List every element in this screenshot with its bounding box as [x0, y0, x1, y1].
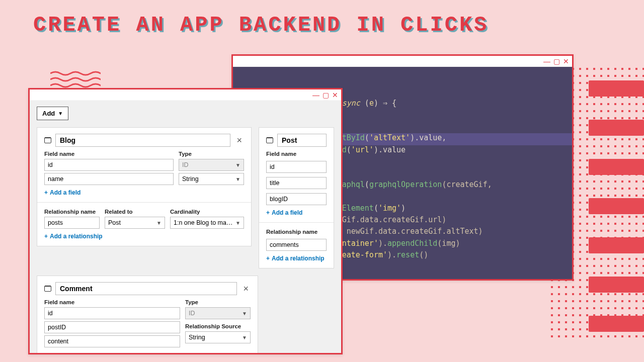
titlebar: — ▢ ✕ — [233, 56, 572, 67]
field-name-label: Field name — [266, 151, 327, 157]
minimize-icon[interactable]: — — [543, 58, 550, 65]
model-title-input[interactable] — [55, 134, 230, 147]
add-button[interactable]: Add ▼ — [37, 107, 68, 120]
model-card-comment: × Field name Type ID▼ Relationship Sourc… — [37, 276, 258, 353]
related-to-label: Related to — [105, 209, 165, 215]
table-icon — [44, 137, 51, 143]
rel-name-input[interactable] — [44, 217, 100, 229]
cardinality-select[interactable]: 1:n one Blog to ma…▼ — [170, 217, 244, 229]
cardinality-label: Cardinality — [170, 209, 244, 215]
type-select[interactable]: ID▼ — [185, 307, 251, 319]
field-name-label: Field name — [44, 151, 174, 157]
field-name-input[interactable] — [44, 307, 180, 319]
field-name-input[interactable] — [44, 335, 180, 347]
add-relationship-link[interactable]: Add a relationship — [266, 255, 327, 262]
field-name-input[interactable] — [266, 177, 327, 189]
type-select[interactable]: String▼ — [179, 173, 244, 185]
maximize-icon[interactable]: ▢ — [553, 58, 560, 65]
related-to-select[interactable]: Post▼ — [105, 217, 165, 229]
model-card-post: Field name Add a field Relationship name… — [259, 127, 334, 268]
rel-name-label: Relationship name — [266, 229, 327, 235]
table-icon — [44, 286, 51, 292]
add-relationship-link[interactable]: Add a relationship — [44, 233, 244, 240]
field-name-label: Field name — [44, 299, 180, 305]
model-title-input[interactable] — [277, 134, 327, 147]
type-label: Type — [179, 151, 244, 157]
table-icon — [266, 137, 273, 143]
rel-name-input[interactable] — [266, 239, 327, 251]
close-icon[interactable]: ✕ — [563, 58, 569, 65]
page-headline: CREATE AN APP BACKEND IN CLICKS — [33, 13, 489, 37]
rel-name-label: Relationship name — [44, 209, 100, 215]
field-name-input[interactable] — [266, 161, 327, 173]
close-card-icon[interactable]: × — [234, 135, 244, 146]
data-model-window: — ▢ ✕ Add ▼ × Field name — [28, 88, 343, 354]
model-card-blog: × Field name Type ID▼ String▼ Add a fiel… — [37, 127, 252, 246]
rel-source-label: Relationship Source — [185, 323, 251, 329]
titlebar: — ▢ ✕ — [30, 89, 341, 101]
type-select[interactable]: String▼ — [185, 331, 251, 343]
field-name-input[interactable] — [266, 193, 327, 205]
field-name-input[interactable] — [44, 321, 180, 333]
close-card-icon[interactable]: × — [241, 284, 251, 294]
red-bars — [589, 80, 644, 332]
chevron-down-icon: ▼ — [58, 111, 63, 116]
minimize-icon[interactable]: — — [312, 92, 319, 99]
field-name-input[interactable] — [44, 173, 174, 185]
type-select[interactable]: ID▼ — [179, 159, 244, 171]
field-name-input[interactable] — [44, 159, 174, 171]
add-label: Add — [42, 110, 55, 117]
close-icon[interactable]: ✕ — [332, 92, 338, 99]
type-label: Type — [185, 299, 251, 305]
model-title-input[interactable] — [55, 282, 237, 295]
add-field-link[interactable]: Add a field — [44, 189, 244, 196]
add-field-link[interactable]: Add a field — [266, 209, 327, 216]
maximize-icon[interactable]: ▢ — [323, 92, 329, 99]
